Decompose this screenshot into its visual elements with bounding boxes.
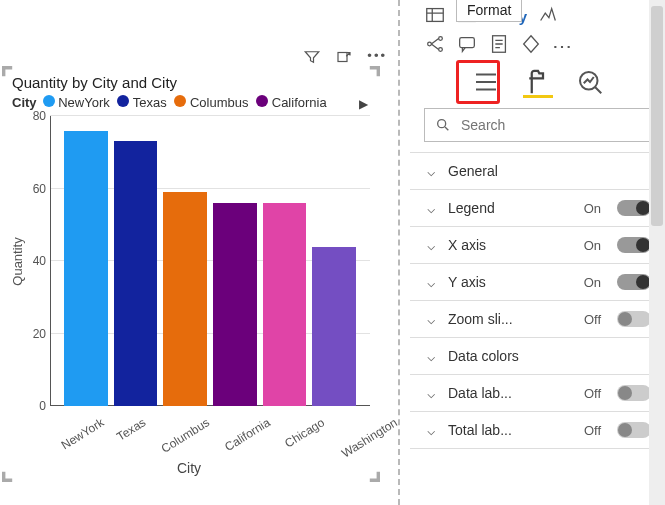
toggle-switch[interactable] (617, 237, 651, 253)
svg-rect-0 (338, 53, 347, 62)
bar-texas[interactable] (114, 141, 158, 406)
svg-point-9 (438, 120, 446, 128)
x-tick: Columbus (159, 410, 221, 456)
bar-columbus[interactable] (163, 192, 207, 406)
pane-divider[interactable] (398, 0, 400, 505)
toggle-state-label: On (584, 201, 601, 216)
chevron-down-icon: ⌵ (424, 385, 438, 401)
pane-scrollbar[interactable] (649, 0, 665, 505)
format-section-data-lab-[interactable]: ⌵Data lab...Off (410, 375, 665, 412)
toggle-state-label: Off (584, 386, 601, 401)
chevron-down-icon: ⌵ (424, 200, 438, 216)
chevron-down-icon: ⌵ (424, 311, 438, 327)
format-section-label: Total lab... (448, 422, 574, 438)
format-section-general[interactable]: ⌵General (410, 153, 665, 190)
toggle-state-label: On (584, 238, 601, 253)
key-influencers-icon[interactable] (537, 4, 559, 29)
chart-legend: City NewYork Texas Columbus California ▶ (8, 95, 370, 116)
x-tick: NewYork (59, 410, 115, 452)
table-visual-icon[interactable] (424, 4, 446, 29)
format-properties-list: ⌵General⌵LegendOn⌵X axisOn⌵Y axisOn⌵Zoom… (410, 152, 665, 449)
format-section-data-colors[interactable]: ⌵Data colors (410, 338, 665, 375)
chart-visual[interactable]: Quantity by City and City City NewYork T… (6, 70, 376, 478)
toggle-switch[interactable] (617, 311, 651, 327)
format-search-input[interactable] (459, 116, 640, 134)
legend-label: Texas (133, 95, 167, 110)
toggle-state-label: Off (584, 312, 601, 327)
toggle-state-label: Off (584, 423, 601, 438)
decomposition-tree-icon[interactable] (424, 33, 446, 58)
format-section-y-axis[interactable]: ⌵Y axisOn (410, 264, 665, 301)
pane-tabs (410, 68, 665, 98)
x-tick: Texas (114, 410, 156, 444)
format-section-zoom-sli-[interactable]: ⌵Zoom sli...Off (410, 301, 665, 338)
svg-rect-1 (427, 9, 444, 22)
svg-point-3 (428, 42, 432, 46)
bar-chicago[interactable] (263, 203, 307, 406)
bar-newyork[interactable] (64, 131, 108, 407)
toggle-switch[interactable] (617, 422, 651, 438)
legend-swatch (256, 95, 268, 107)
bar-california[interactable] (213, 203, 257, 406)
filter-icon[interactable] (303, 48, 321, 69)
format-section-x-axis[interactable]: ⌵X axisOn (410, 227, 665, 264)
chevron-down-icon: ⌵ (424, 274, 438, 290)
format-section-label: Zoom sli... (448, 311, 574, 327)
x-axis-ticks: NewYorkTexasColumbusCaliforniaChicagoWas… (8, 406, 370, 424)
visual-type-gallery-row2: ⋯ (410, 31, 665, 64)
chevron-down-icon: ⌵ (424, 422, 438, 438)
legend-dimension: City (12, 95, 37, 110)
format-section-label: General (448, 163, 651, 179)
y-axis-ticks: 020406080 (26, 116, 50, 406)
svg-point-4 (439, 37, 443, 41)
svg-point-5 (439, 48, 443, 52)
y-axis-label: Quantity (8, 116, 26, 406)
bar-washington[interactable] (312, 247, 356, 407)
fields-tab[interactable] (471, 68, 501, 98)
chevron-down-icon: ⌵ (424, 163, 438, 179)
visual-type-gallery-row1: R Py (410, 0, 665, 31)
chart-title: Quantity by City and City (8, 72, 370, 95)
get-more-visuals-icon[interactable]: ⋯ (552, 34, 572, 58)
x-tick: Chicago (282, 410, 335, 451)
legend-swatch (117, 95, 129, 107)
toggle-switch[interactable] (617, 274, 651, 290)
format-section-label: Data lab... (448, 385, 574, 401)
chevron-down-icon: ⌵ (424, 237, 438, 253)
legend-label: California (272, 95, 327, 110)
analytics-tab[interactable] (575, 68, 605, 98)
legend-swatch (174, 95, 186, 107)
legend-label: Columbus (190, 95, 249, 110)
format-section-label: Legend (448, 200, 574, 216)
qa-visual-icon[interactable] (456, 33, 478, 58)
chevron-down-icon: ⌵ (424, 348, 438, 364)
paginated-report-icon[interactable] (488, 33, 510, 58)
legend-label: NewYork (58, 95, 110, 110)
power-apps-icon[interactable] (520, 33, 542, 58)
search-icon (435, 117, 451, 133)
toggle-switch[interactable] (617, 385, 651, 401)
format-tooltip: Format (456, 0, 522, 22)
format-section-total-lab-[interactable]: ⌵Total lab...Off (410, 412, 665, 449)
x-tick: California (222, 410, 281, 454)
focus-mode-icon[interactable] (335, 48, 353, 69)
format-section-legend[interactable]: ⌵LegendOn (410, 190, 665, 227)
format-search[interactable] (424, 108, 651, 142)
format-tab[interactable] (523, 68, 553, 98)
report-canvas[interactable]: ••• Quantity by City and City City NewYo… (0, 0, 395, 505)
toggle-state-label: On (584, 275, 601, 290)
legend-overflow-icon[interactable]: ▶ (359, 97, 368, 111)
x-axis-label: City (8, 460, 370, 476)
visualizations-pane: Format R Py ⋯ ⌵General⌵LegendOn⌵X axisOn… (410, 0, 665, 505)
svg-rect-6 (460, 38, 475, 48)
chart-plot-area (50, 116, 370, 406)
legend-swatch (43, 95, 55, 107)
format-section-label: Y axis (448, 274, 574, 290)
toggle-switch[interactable] (617, 200, 651, 216)
format-section-label: Data colors (448, 348, 651, 364)
format-section-label: X axis (448, 237, 574, 253)
